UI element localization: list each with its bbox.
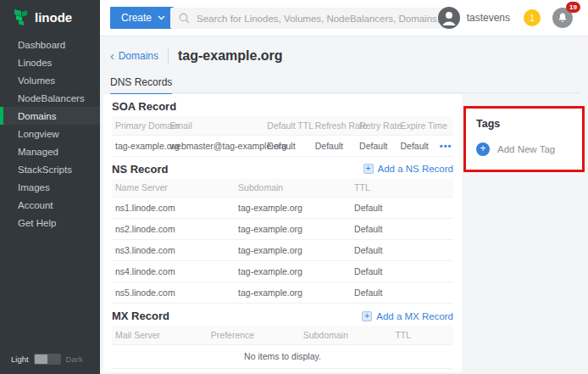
ns-subdomain: tag-example.org	[235, 240, 351, 261]
sidebar-item-label: Images	[18, 182, 50, 193]
ns-table-body: ns1.linode.com tag-example.org Default n…	[112, 198, 453, 304]
soa-primary-domain: tag-example.org	[112, 135, 166, 156]
create-button[interactable]: Create	[110, 7, 174, 29]
sidebar-item[interactable]: StackScripts	[0, 160, 100, 178]
ns-name-server: ns2.linode.com	[112, 219, 235, 240]
sidebar-item-label: Managed	[18, 147, 58, 157]
soa-section-header: SOA Record	[103, 94, 462, 116]
sidebar-item-label: Longview	[18, 129, 59, 139]
plus-in-square-icon: +	[362, 311, 372, 321]
theme-dark-label: Dark	[66, 354, 83, 364]
sidebar-item-label: NodeBalancers	[18, 93, 85, 103]
ns-subdomain: tag-example.org	[235, 282, 351, 304]
ns-col-ttl: TTL	[351, 179, 453, 198]
add-new-tag-label: Add New Tag	[497, 144, 555, 154]
sidebar-item[interactable]: Get Help	[0, 214, 100, 232]
top-bar: Create tastevens 1 19	[100, 0, 588, 36]
theme-toggle-knob	[35, 354, 47, 364]
ns-ttl: Default	[351, 261, 453, 282]
tab-dns-records[interactable]: DNS Records	[110, 76, 172, 95]
ns-table: Name Server Subdomain TTL ns1.linode.com…	[112, 179, 453, 304]
sidebar-item[interactable]: Longview	[0, 125, 100, 142]
sidebar-nav: Dashboard Linodes Volumes NodeBalancers …	[0, 36, 100, 232]
soa-email: webmaster@tag-example.org	[166, 135, 263, 156]
soa-section-title: SOA Record	[112, 100, 176, 113]
ns-name-server: ns1.linode.com	[112, 198, 235, 219]
ns-section-title: NS Record	[112, 163, 168, 176]
pending-badge[interactable]: 1	[524, 9, 541, 26]
person-icon	[438, 7, 460, 29]
sidebar-item[interactable]: Account	[0, 196, 100, 214]
tags-panel-title: Tags	[476, 118, 572, 130]
mx-col-subdomain: Subdomain	[300, 326, 392, 344]
sidebar-item[interactable]: Domains	[0, 107, 100, 125]
sidebar-item[interactable]: NodeBalancers	[0, 89, 100, 107]
sidebar-item[interactable]: Linodes	[0, 53, 100, 71]
soa-col-primary-domain: Primary Domain	[112, 116, 166, 135]
sidebar: linode Dashboard Linodes Volumes NodeBal…	[0, 0, 100, 374]
ns-table-row: ns1.linode.com tag-example.org Default	[112, 198, 453, 219]
ns-ttl: Default	[351, 219, 453, 240]
soa-col-default-ttl: Default TTL	[263, 116, 311, 135]
breadcrumb-divider	[168, 47, 169, 64]
soa-table: Primary Domain Email Default TTL Refresh…	[112, 116, 453, 157]
add-ns-record-label: Add a NS Record	[378, 164, 454, 174]
add-new-tag-button[interactable]: + Add New Tag	[476, 142, 572, 156]
create-button-label: Create	[121, 12, 152, 24]
add-mx-record-label: Add a MX Record	[376, 311, 453, 321]
user-area: tastevens 1 19	[438, 7, 580, 29]
soa-actions-menu-icon[interactable]: •••	[436, 135, 453, 156]
user-menu-button[interactable]	[438, 7, 460, 29]
ns-table-row: ns2.linode.com tag-example.org Default	[112, 219, 453, 240]
mx-empty-row: No items to display.	[112, 344, 453, 368]
notification-count-badge: 19	[566, 2, 580, 13]
ns-name-server: ns3.linode.com	[112, 240, 235, 261]
ns-subdomain: tag-example.org	[235, 198, 351, 219]
theme-toggle[interactable]: Light Dark	[11, 354, 83, 365]
add-ns-record-link[interactable]: + Add a NS Record	[363, 164, 454, 174]
plus-in-circle-icon: +	[476, 142, 490, 156]
soa-table-row: tag-example.org webmaster@tag-example.or…	[112, 135, 453, 156]
notifications-wrap: 19	[552, 8, 573, 28]
plus-in-square-icon: +	[363, 164, 374, 174]
bell-icon	[557, 13, 568, 24]
ns-name-server: ns5.linode.com	[112, 282, 235, 304]
tags-highlight-box: Tags + Add New Tag	[463, 106, 585, 172]
theme-toggle-switch[interactable]	[34, 354, 61, 365]
breadcrumb-back-link[interactable]: ‹ Domains	[110, 50, 158, 62]
mx-table: Mail Server Preference Subdomain TTL No …	[112, 326, 453, 369]
breadcrumb: ‹ Domains tag-example.org	[100, 36, 588, 72]
search-icon	[179, 13, 190, 24]
search-input[interactable]	[197, 14, 451, 24]
ns-ttl: Default	[351, 282, 453, 304]
ns-table-row: ns5.linode.com tag-example.org Default	[112, 282, 453, 304]
sidebar-item[interactable]: Managed	[0, 142, 100, 160]
theme-light-label: Light	[11, 354, 29, 364]
search-bar[interactable]	[170, 8, 453, 29]
sidebar-item-label: Linodes	[18, 58, 52, 68]
sidebar-item-label: StackScripts	[18, 165, 72, 175]
ns-ttl: Default	[351, 240, 453, 261]
sidebar-item[interactable]: Dashboard	[0, 36, 100, 53]
right-column: Tags + Add New Tag	[463, 93, 585, 172]
add-mx-record-link[interactable]: + Add a MX Record	[362, 311, 453, 321]
soa-col-email: Email	[166, 116, 263, 135]
username: tastevens	[467, 12, 510, 24]
sidebar-item-label: Volumes	[18, 75, 55, 86]
linode-logo-icon	[13, 8, 29, 26]
soa-expire-time: Default	[397, 135, 435, 156]
soa-retry-rate: Default	[356, 135, 397, 156]
sidebar-item-label: Account	[18, 200, 53, 210]
dns-records-card: SOA Record Primary Domain Email Default …	[103, 94, 462, 372]
sidebar-item[interactable]: Volumes	[0, 71, 100, 89]
soa-table-header-row: Primary Domain Email Default TTL Refresh…	[112, 116, 453, 135]
breadcrumb-back-label: Domains	[119, 50, 158, 62]
ns-col-name-server: Name Server	[112, 179, 235, 198]
mx-section-header: MX Record + Add a MX Record	[103, 304, 462, 326]
linode-logo[interactable]: linode	[0, 0, 100, 36]
mx-table-header-row: Mail Server Preference Subdomain TTL	[112, 326, 453, 344]
ns-col-subdomain: Subdomain	[235, 179, 351, 198]
ns-name-server: ns4.linode.com	[112, 261, 235, 282]
mx-empty-message: No items to display.	[112, 344, 453, 368]
sidebar-item[interactable]: Images	[0, 178, 100, 196]
